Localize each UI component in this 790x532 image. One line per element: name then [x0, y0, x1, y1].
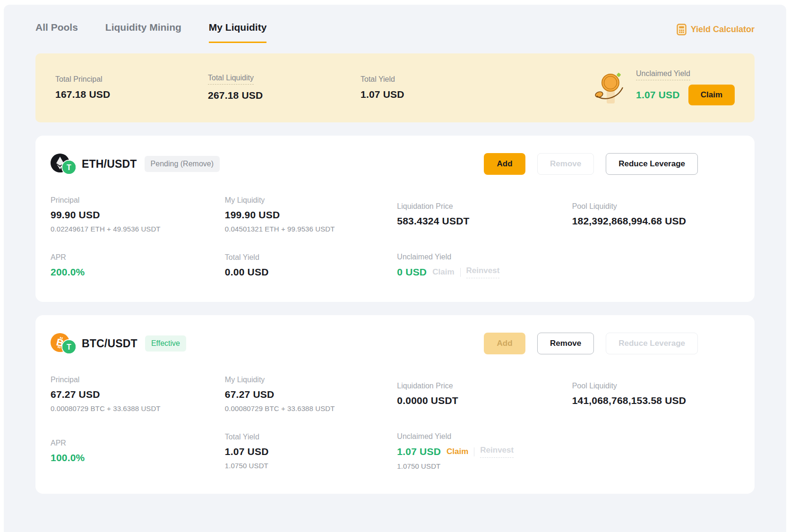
- total-yield-label: Total Yield: [361, 75, 395, 83]
- total-yield-block: Total Yield 1.07 USD: [361, 75, 513, 100]
- total-yield-label: Total Yield: [225, 253, 397, 262]
- unclaimed-yield-value: 1.07 USD: [397, 446, 441, 457]
- pool-card-btc-usdt: B T BTC/USDT Effective Add Remove Reduce…: [35, 315, 755, 494]
- liquidation-price-label: Liquidation Price: [397, 382, 572, 390]
- pair-icons: B T: [51, 332, 79, 355]
- total-yield-detail: 1.0750 USDT: [225, 462, 397, 470]
- total-principal-block: Total Principal 167.18 USD: [55, 75, 208, 100]
- unclaimed-yield-label[interactable]: Unclaimed Yield: [636, 69, 690, 80]
- unclaimed-yield-label: Unclaimed Yield: [397, 432, 572, 441]
- total-yield-stat: Total Yield 0.00 USD: [225, 253, 397, 278]
- principal-detail: 0.00080729 BTC + 33.6388 USDT: [51, 404, 225, 412]
- yield-calculator-label: Yield Calculator: [691, 25, 755, 34]
- total-liquidity-block: Total Liquidity 267.18 USD: [208, 74, 361, 101]
- divider: [460, 268, 461, 277]
- pool-liquidity-label: Pool Liquidity: [572, 382, 739, 390]
- my-liquidity-label: My Liquidity: [225, 376, 397, 384]
- total-liquidity-label[interactable]: Total Liquidity: [208, 74, 254, 85]
- reduce-leverage-button[interactable]: Reduce Leverage: [606, 333, 698, 354]
- add-button[interactable]: Add: [484, 153, 525, 175]
- my-liquidity-value: 199.90 USD: [225, 209, 397, 221]
- total-yield-value: 1.07 USD: [361, 89, 513, 100]
- tab-all-pools[interactable]: All Pools: [35, 22, 78, 42]
- divider: [474, 447, 474, 456]
- coin-stack-icon: [593, 69, 626, 105]
- liquidation-price-stat: Liquidation Price 583.4324 USDT: [397, 202, 572, 227]
- liquidation-price-label: Liquidation Price: [397, 202, 572, 211]
- my-liquidity-detail: 0.00080729 BTC + 33.6388 USDT: [225, 404, 397, 412]
- reduce-leverage-button[interactable]: Reduce Leverage: [606, 153, 698, 175]
- calculator-icon: [677, 24, 687, 35]
- apr-value: 100.0%: [51, 452, 225, 463]
- total-principal-label: Total Principal: [55, 75, 103, 83]
- apr-label: APR: [51, 439, 225, 447]
- apr-label: APR: [51, 253, 225, 262]
- liquidation-price-value: 0.0000 USDT: [397, 395, 572, 406]
- claim-link[interactable]: Claim: [432, 267, 454, 277]
- unclaimed-yield-detail: 1.0750 USDT: [397, 462, 572, 470]
- unclaimed-yield-value: 1.07 USD: [636, 89, 680, 101]
- pool-liquidity-stat: Pool Liquidity 182,392,868,994.68 USD: [572, 202, 739, 227]
- principal-label: Principal: [51, 196, 225, 205]
- claim-button[interactable]: Claim: [688, 85, 735, 105]
- usdt-icon: T: [61, 339, 77, 354]
- page-background: All Pools Liquidity Mining My Liquidity …: [4, 5, 786, 532]
- total-yield-value: 0.00 USD: [225, 266, 397, 278]
- principal-detail: 0.02249617 ETH + 49.9536 USDT: [51, 225, 225, 233]
- pool-card-eth-usdt: T ETH/USDT Pending (Remove) Add Remove R…: [35, 136, 755, 302]
- remove-button[interactable]: Remove: [537, 153, 594, 175]
- pool-liquidity-value: 182,392,868,994.68 USD: [572, 215, 739, 227]
- apr-value: 200.0%: [51, 266, 225, 278]
- total-liquidity-value: 267.18 USD: [208, 90, 361, 101]
- unclaimed-yield-stat: Unclaimed Yield 1.07 USD Claim Reinvest …: [397, 432, 572, 470]
- my-liquidity-label: My Liquidity: [225, 196, 397, 205]
- tab-my-liquidity[interactable]: My Liquidity: [209, 22, 267, 43]
- pool-liquidity-stat: Pool Liquidity 141,068,768,153.58 USD: [572, 382, 739, 406]
- pair-name: ETH/USDT: [82, 158, 137, 171]
- unclaimed-yield-label: Unclaimed Yield: [397, 253, 572, 261]
- principal-stat: Principal 99.90 USD 0.02249617 ETH + 49.…: [51, 196, 225, 233]
- tabs-bar: All Pools Liquidity Mining My Liquidity …: [35, 5, 755, 43]
- add-button[interactable]: Add: [484, 333, 525, 354]
- status-badge: Effective: [145, 335, 186, 352]
- pair-name: BTC/USDT: [82, 337, 137, 350]
- reinvest-link[interactable]: Reinvest: [466, 266, 500, 278]
- usdt-icon: T: [61, 160, 77, 175]
- summary-banner: Total Principal 167.18 USD Total Liquidi…: [35, 53, 755, 122]
- my-liquidity-detail: 0.04501321 ETH + 99.9536 USDT: [225, 225, 397, 233]
- reinvest-link[interactable]: Reinvest: [480, 446, 514, 458]
- tab-liquidity-mining[interactable]: Liquidity Mining: [105, 22, 181, 42]
- pair-icons: T: [51, 153, 79, 175]
- claim-link[interactable]: Claim: [447, 447, 468, 456]
- pool-liquidity-value: 141,068,768,153.58 USD: [572, 395, 739, 406]
- principal-label: Principal: [51, 376, 225, 384]
- total-yield-value: 1.07 USD: [225, 446, 397, 457]
- unclaimed-yield-block: Unclaimed Yield 1.07 USD Claim: [636, 69, 735, 105]
- principal-value: 67.27 USD: [51, 389, 225, 400]
- svg-text:T: T: [67, 163, 71, 172]
- principal-stat: Principal 67.27 USD 0.00080729 BTC + 33.…: [51, 376, 225, 412]
- unclaimed-yield-value: 0 USD: [397, 266, 427, 278]
- my-liquidity-stat: My Liquidity 199.90 USD 0.04501321 ETH +…: [225, 196, 397, 233]
- my-liquidity-value: 67.27 USD: [225, 389, 397, 400]
- liquidation-price-stat: Liquidation Price 0.0000 USDT: [397, 382, 572, 406]
- apr-stat: APR 200.0%: [51, 253, 225, 278]
- total-yield-stat: Total Yield 1.07 USD 1.0750 USDT: [225, 433, 397, 470]
- apr-stat: APR 100.0%: [51, 439, 225, 463]
- my-liquidity-stat: My Liquidity 67.27 USD 0.00080729 BTC + …: [225, 376, 397, 412]
- liquidation-price-value: 583.4324 USDT: [397, 215, 572, 227]
- yield-calculator-link[interactable]: Yield Calculator: [677, 22, 755, 35]
- remove-button[interactable]: Remove: [537, 333, 594, 354]
- svg-text:T: T: [67, 343, 71, 351]
- pool-liquidity-label: Pool Liquidity: [572, 202, 739, 211]
- status-badge: Pending (Remove): [145, 156, 220, 172]
- unclaimed-yield-stat: Unclaimed Yield 0 USD Claim Reinvest: [397, 253, 572, 278]
- total-yield-label: Total Yield: [225, 433, 397, 441]
- principal-value: 99.90 USD: [51, 209, 225, 221]
- total-principal-value: 167.18 USD: [55, 89, 208, 100]
